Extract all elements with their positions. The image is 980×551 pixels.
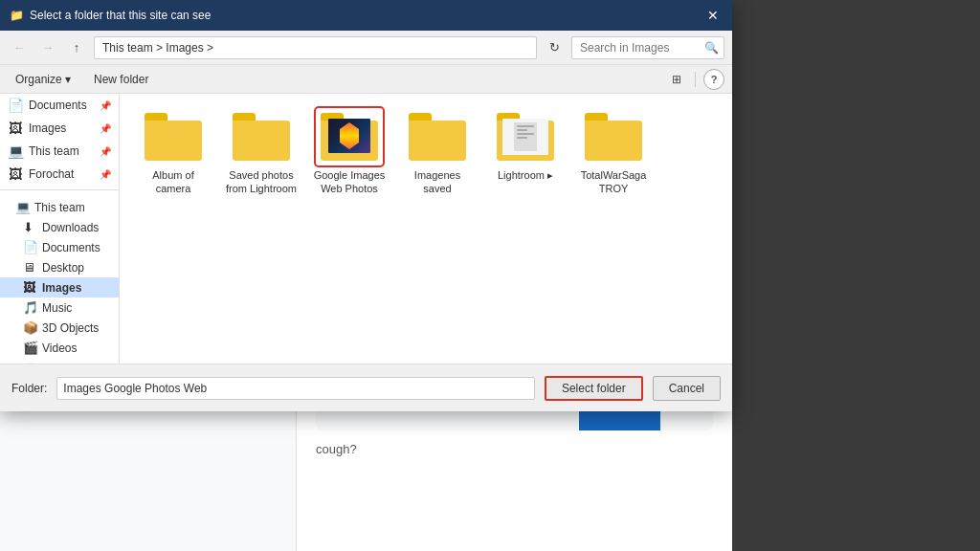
- album-camera-icon-wrapper: [141, 109, 206, 165]
- folder-icon-title: 📁: [10, 9, 24, 22]
- images-tree-label: Images: [42, 281, 81, 295]
- back-button[interactable]: ←: [8, 36, 31, 59]
- nav-item-images-pin[interactable]: 🖼 Images 📌: [0, 117, 119, 140]
- saved-lightroom-folder: [233, 113, 290, 161]
- downloads-icon: ⬇: [23, 220, 38, 234]
- nav-tree-thisteam[interactable]: 💻 This team: [0, 197, 119, 217]
- dialog-file-area: Album of camera Saved photos from Lightr…: [120, 94, 732, 364]
- google-images-preview: [328, 119, 370, 153]
- search-icon: 🔍: [704, 41, 719, 55]
- music-label: Music: [42, 301, 72, 315]
- thisteam-pin-marker: 📌: [100, 146, 111, 157]
- thisteam-tree-label: This team: [34, 201, 85, 214]
- imagenes-saved-label: Imagenes saved: [399, 168, 476, 196]
- files-grid: Album of camera Saved photos from Lightr…: [135, 109, 717, 196]
- imagenes-saved-icon-wrapper: [405, 109, 470, 165]
- file-item-lightroom[interactable]: Lightroom ▸: [487, 109, 564, 182]
- saved-lightroom-icon-wrapper: [229, 109, 294, 165]
- lightroom-paper: [502, 119, 548, 155]
- saved-lightroom-label: Saved photos from Lightroom: [223, 168, 300, 196]
- images-pin-icon: 🖼: [8, 121, 23, 136]
- documents-tree-label: Documents: [42, 241, 100, 254]
- lightroom-icon-wrapper: [493, 109, 558, 165]
- desktop-label: Desktop: [42, 261, 84, 275]
- album-camera-label: Album of camera: [135, 168, 212, 196]
- path-breadcrumb[interactable]: This team > Images >: [94, 36, 537, 59]
- help-button[interactable]: ?: [703, 69, 724, 90]
- file-item-google-images[interactable]: Google Images Web Photos: [311, 109, 388, 196]
- imagenes-saved-folder: [409, 113, 466, 161]
- thisteam-pin-label: This team: [29, 144, 79, 158]
- nav-tree-3dobjects[interactable]: 📦 3D Objects: [0, 318, 119, 338]
- cancel-button[interactable]: Cancel: [653, 376, 721, 401]
- google-images-folder: [321, 113, 378, 161]
- images-pin-label: Images: [29, 121, 66, 135]
- 3dobjects-icon: 📦: [23, 320, 38, 335]
- forochat-pin-marker: 📌: [100, 169, 111, 180]
- dialog-close-button[interactable]: ✕: [703, 6, 723, 25]
- images-pin-marker: 📌: [100, 123, 111, 134]
- lightroom-label: Lightroom ▸: [498, 168, 553, 182]
- search-input[interactable]: [580, 41, 704, 55]
- google-images-icon-wrapper: [317, 109, 382, 165]
- thisteam-pin-icon: 💻: [8, 143, 23, 159]
- file-item-album-camera[interactable]: Album of camera: [135, 109, 212, 196]
- nav-item-forochat-pin[interactable]: 🖼 Forochat 📌: [0, 163, 119, 186]
- search-box: 🔍: [571, 36, 724, 59]
- folder-label: Folder:: [11, 382, 47, 395]
- totalwar-label: TotalWarSaga TROY: [575, 168, 652, 196]
- desktop-icon: 🖥: [23, 260, 38, 275]
- downloads-label: Downloads: [42, 221, 99, 234]
- videos-icon: 🎬: [23, 341, 38, 355]
- 3dobjects-label: 3D Objects: [42, 321, 99, 335]
- forochat-pin-icon: 🖼: [8, 166, 23, 182]
- file-item-totalwar[interactable]: TotalWarSaga TROY: [575, 109, 652, 196]
- documents-tree-icon: 📄: [23, 240, 38, 254]
- nav-tree-videos[interactable]: 🎬 Videos: [0, 338, 119, 358]
- totalwar-folder: [585, 113, 642, 161]
- separator: [695, 72, 696, 87]
- dialog-left-nav: 📄 Documents 📌 🖼 Images 📌 💻 This team 📌 🖼…: [0, 94, 120, 364]
- lightroom-folder: [497, 113, 554, 161]
- dialog-title-text: Select a folder that this site can see: [30, 9, 211, 22]
- music-icon: 🎵: [23, 300, 38, 315]
- dialog-toolbar: ← → ↑ This team > Images > ↻ 🔍: [0, 31, 732, 65]
- nav-tree-downloads[interactable]: ⬇ Downloads: [0, 217, 119, 237]
- videos-label: Videos: [42, 342, 77, 355]
- new-folder-button[interactable]: New folder: [86, 71, 156, 88]
- nav-separator: [0, 189, 119, 197]
- up-button[interactable]: ↑: [65, 36, 88, 59]
- totalwar-icon-wrapper: [581, 109, 646, 165]
- dialog-body: 📄 Documents 📌 🖼 Images 📌 💻 This team 📌 🖼…: [0, 94, 732, 364]
- google-images-label: Google Images Web Photos: [311, 168, 388, 196]
- forward-button[interactable]: →: [36, 36, 59, 59]
- question-text: cough?: [316, 442, 713, 456]
- nav-item-documents-pin[interactable]: 📄 Documents 📌: [0, 94, 119, 117]
- dialog-actionbar: Organize ▾ New folder ⊞ ?: [0, 65, 732, 94]
- file-item-saved-lightroom[interactable]: Saved photos from Lightroom: [223, 109, 300, 196]
- thisteam-tree-icon: 💻: [15, 200, 31, 214]
- folder-value: Images Google Photos Web: [56, 377, 535, 400]
- file-item-imagenes-saved[interactable]: Imagenes saved: [399, 109, 476, 196]
- organize-button[interactable]: Organize ▾: [8, 71, 78, 88]
- select-folder-button[interactable]: Select folder: [545, 376, 643, 401]
- nav-item-thisteam-pin[interactable]: 💻 This team 📌: [0, 140, 119, 163]
- forochat-pin-label: Forochat: [29, 167, 74, 181]
- view-toggle-button[interactable]: ⊞: [666, 69, 687, 90]
- nav-tree-music[interactable]: 🎵 Music: [0, 298, 119, 318]
- dialog-title-area: 📁 Select a folder that this site can see: [10, 9, 211, 22]
- nav-tree-images[interactable]: 🖼 Images: [0, 277, 119, 298]
- file-picker-dialog: 📁 Select a folder that this site can see…: [0, 0, 732, 411]
- documents-pin-label: Documents: [29, 99, 87, 112]
- dialog-titlebar: 📁 Select a folder that this site can see…: [0, 0, 732, 31]
- images-tree-icon: 🖼: [23, 280, 38, 295]
- nav-tree-desktop[interactable]: 🖥 Desktop: [0, 257, 119, 277]
- refresh-button[interactable]: ↻: [543, 36, 566, 59]
- documents-pin-marker: 📌: [100, 100, 111, 111]
- album-camera-folder: [145, 113, 202, 161]
- nav-tree-documents[interactable]: 📄 Documents: [0, 237, 119, 257]
- documents-pin-icon: 📄: [8, 98, 23, 113]
- dialog-footer: Folder: Images Google Photos Web Select …: [0, 364, 732, 411]
